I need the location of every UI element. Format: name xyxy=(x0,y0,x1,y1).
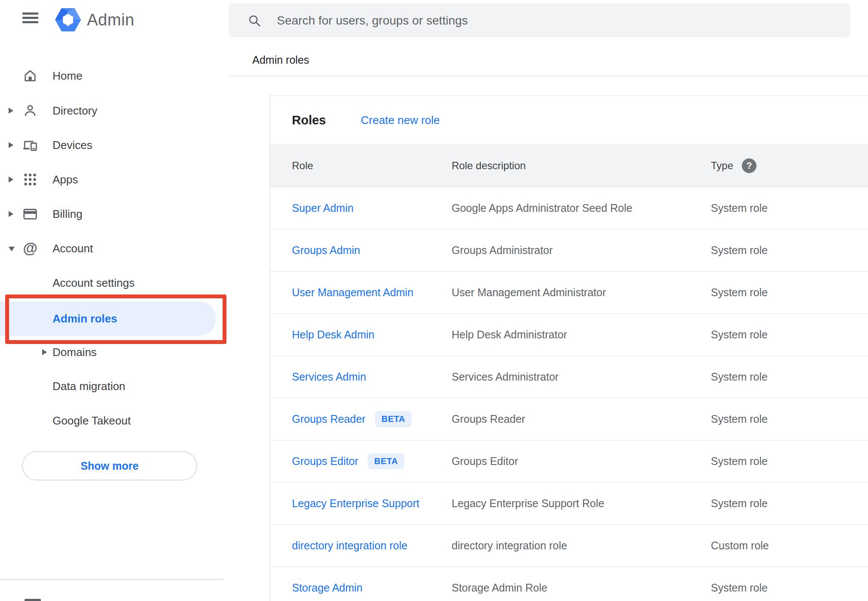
search-input[interactable] xyxy=(277,14,837,28)
sidebar-item-directory[interactable]: Directory xyxy=(0,93,229,128)
role-description: Help Desk Administrator xyxy=(452,314,567,356)
home-icon xyxy=(22,68,38,84)
role-link[interactable]: Super Admin xyxy=(292,202,353,214)
sidebar-item-account[interactable]: @ Account xyxy=(0,231,229,266)
role-description: Groups Editor xyxy=(452,440,518,482)
sidebar-item-devices[interactable]: Devices xyxy=(0,128,229,162)
sidebar-item-label: Admin roles xyxy=(53,301,117,336)
expand-arrow-icon[interactable] xyxy=(9,108,13,114)
expand-arrow-icon[interactable] xyxy=(9,211,13,217)
expand-arrow-icon[interactable] xyxy=(9,142,13,148)
sidebar-item-label: Domains xyxy=(53,335,97,369)
sidebar-item-admin-roles[interactable]: Admin roles xyxy=(0,301,216,336)
roles-panel-header: Roles Create new role xyxy=(270,96,868,144)
hamburger-menu-icon[interactable] xyxy=(22,12,38,24)
expand-arrow-icon[interactable] xyxy=(9,177,13,183)
role-link[interactable]: Storage Admin xyxy=(292,582,363,594)
sidebar-item-label: Apps xyxy=(53,162,78,197)
sidebar-item-label: Devices xyxy=(53,128,92,162)
table-body: Super Admin Google Apps Administrator Se… xyxy=(270,187,868,601)
sidebar-item-label: Google Takeout xyxy=(53,403,131,438)
search-bar[interactable] xyxy=(229,3,850,37)
role-link[interactable]: Services Admin xyxy=(292,371,366,383)
sidebar-item-label: Home xyxy=(53,59,82,93)
role-description: Services Administrator xyxy=(452,356,559,398)
role-link[interactable]: Groups Admin xyxy=(292,244,360,257)
role-link[interactable]: directory integration role xyxy=(292,539,407,552)
sidebar-item-label: Billing xyxy=(53,197,82,231)
column-header-description: Role description xyxy=(452,144,526,187)
sidebar-item-label: Account settings xyxy=(53,266,135,300)
role-description: Google Apps Administrator Seed Role xyxy=(452,187,632,229)
sidebar-item-label: Account xyxy=(53,231,93,266)
sidebar-bottom-divider xyxy=(0,579,223,580)
role-description: directory integration role xyxy=(452,525,567,567)
show-more-button[interactable]: Show more xyxy=(22,451,197,480)
product-name: Admin xyxy=(87,11,134,29)
admin-hexagon-icon xyxy=(55,8,81,32)
page-title: Roles xyxy=(292,96,326,144)
table-row: Groups Reader BETA Groups Reader System … xyxy=(270,398,868,440)
admin-logo[interactable]: Admin xyxy=(55,6,134,34)
role-link[interactable]: Legacy Enterprise Support xyxy=(292,497,419,510)
table-row: Groups Editor BETA Groups Editor System … xyxy=(270,440,868,482)
role-description: Groups Reader xyxy=(452,398,525,440)
role-type: System role xyxy=(711,272,768,313)
role-type: System role xyxy=(711,314,768,356)
table-row: Help Desk Admin Help Desk Administrator … xyxy=(270,313,868,356)
table-row: Services Admin Services Administrator Sy… xyxy=(270,356,868,398)
apps-grid-icon xyxy=(22,172,38,187)
role-description: Groups Administrator xyxy=(452,229,553,271)
expand-arrow-icon[interactable] xyxy=(42,349,47,355)
help-icon[interactable]: ? xyxy=(742,158,756,173)
table-row: Groups Admin Groups Administrator System… xyxy=(270,229,868,271)
role-description: Storage Admin Role xyxy=(452,567,547,601)
role-link[interactable]: Groups Reader xyxy=(292,413,366,425)
sidebar-item-apps[interactable]: Apps xyxy=(0,162,229,197)
role-description: Legacy Enterprise Support Role xyxy=(452,483,604,524)
sidebar-item-data-migration[interactable]: Data migration xyxy=(0,369,229,403)
role-type: System role xyxy=(711,398,768,440)
clipped-bottom-icon xyxy=(25,599,41,601)
collapse-arrow-icon[interactable] xyxy=(9,247,15,251)
sidebar-item-account-settings[interactable]: Account settings xyxy=(0,266,229,300)
role-type: System role xyxy=(711,483,768,524)
person-icon xyxy=(22,103,38,118)
role-link[interactable]: Help Desk Admin xyxy=(292,328,375,341)
sidebar-item-domains[interactable]: Domains xyxy=(0,335,229,369)
sidebar: Admin Home Directory Devices Apps xyxy=(0,0,229,601)
breadcrumb-divider xyxy=(229,76,868,76)
sidebar-item-google-takeout[interactable]: Google Takeout xyxy=(0,403,229,438)
column-header-type: Type ? xyxy=(711,144,756,187)
role-description: User Management Administrator xyxy=(452,272,606,313)
table-row: User Management Admin User Management Ad… xyxy=(270,271,868,313)
at-sign-icon: @ xyxy=(22,241,38,256)
role-type: System role xyxy=(711,567,768,601)
role-type: System role xyxy=(711,187,768,229)
sidebar-item-label: Data migration xyxy=(53,369,125,403)
devices-icon xyxy=(22,137,38,153)
beta-badge: BETA xyxy=(368,453,404,469)
sidebar-item-billing[interactable]: Billing xyxy=(0,197,229,231)
create-new-role-link[interactable]: Create new role xyxy=(361,96,440,144)
role-type: Custom role xyxy=(711,525,769,567)
search-icon xyxy=(248,14,261,28)
credit-card-icon xyxy=(22,206,38,222)
role-type: System role xyxy=(711,356,768,398)
role-link[interactable]: User Management Admin xyxy=(292,286,413,299)
table-header-row: Role Role description Type ? xyxy=(270,144,868,187)
role-type: System role xyxy=(711,229,768,271)
table-row: Legacy Enterprise Support Legacy Enterpr… xyxy=(270,482,868,524)
column-header-role: Role xyxy=(292,144,313,187)
table-row: Storage Admin Storage Admin Role System … xyxy=(270,567,868,601)
breadcrumb: Admin roles xyxy=(252,52,309,68)
sidebar-item-home[interactable]: Home xyxy=(0,59,229,93)
table-row: Super Admin Google Apps Administrator Se… xyxy=(270,187,868,229)
sidebar-item-label: Directory xyxy=(53,93,97,128)
table-row: directory integration role directory int… xyxy=(270,524,868,567)
role-type: System role xyxy=(711,440,768,482)
svg-text:@: @ xyxy=(23,241,37,256)
beta-badge: BETA xyxy=(375,411,412,427)
role-link[interactable]: Groups Editor xyxy=(292,455,358,468)
roles-panel: Roles Create new role Role Role descript… xyxy=(270,96,868,601)
